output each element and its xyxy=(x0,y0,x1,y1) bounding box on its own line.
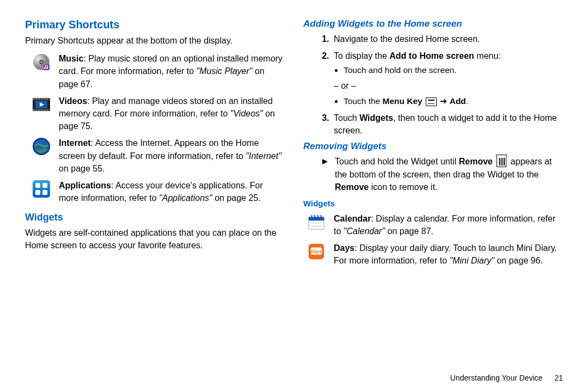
svg-rect-11 xyxy=(39,99,40,100)
right-column: Adding Widgets to the Home screen Naviga… xyxy=(303,19,563,382)
left-column: Primary Shortcuts Primary Shortcuts appe… xyxy=(25,19,285,382)
menu-key-icon xyxy=(426,97,437,106)
step-1: Navigate to the desired Home screen. xyxy=(332,33,563,45)
shortcut-text-music: Music: Play music stored on an optional … xyxy=(59,52,285,90)
heading-adding-widgets: Adding Widgets to the Home screen xyxy=(303,19,563,29)
svg-rect-9 xyxy=(33,99,34,100)
primary-shortcuts-intro: Primary Shortcuts appear at the bottom o… xyxy=(25,34,285,47)
step-2-or: – or – xyxy=(334,79,563,92)
svg-rect-17 xyxy=(39,109,40,111)
shortcut-row-applications: Applications: Access your device's appli… xyxy=(25,179,285,204)
music-icon xyxy=(32,52,51,72)
heading-widgets-left: Widgets xyxy=(25,212,285,223)
shortcut-row-internet: Internet: Access the Internet. Appears o… xyxy=(25,137,285,175)
svg-rect-12 xyxy=(41,99,42,100)
applications-icon xyxy=(32,179,51,199)
footer-page-number: 21 xyxy=(554,373,563,382)
heading-widgets-right: Widgets xyxy=(303,199,563,208)
triangle-bullet-icon xyxy=(322,157,328,193)
shortcut-text-applications: Applications: Access your device's appli… xyxy=(59,179,285,204)
svg-rect-14 xyxy=(47,99,48,100)
internet-icon xyxy=(32,137,51,156)
step-2-bullet-1: Touch and hold on the screen. xyxy=(344,64,563,76)
shortcut-text-videos: Videos: Play and manage videos stored on… xyxy=(59,95,285,133)
shortcut-text-internet: Internet: Access the Internet. Appears o… xyxy=(59,137,285,175)
shortcut-row-music: Music: Play music stored on an optional … xyxy=(25,52,285,90)
svg-rect-23 xyxy=(33,180,50,198)
adding-widgets-steps: Navigate to the desired Home screen. To … xyxy=(303,33,563,137)
svg-rect-13 xyxy=(44,99,45,100)
removing-widgets-item: Touch and hold the Widget until Remove a… xyxy=(303,155,563,193)
page-footer: Understanding Your Device 21 xyxy=(450,373,563,382)
step-3: Touch Widgets, then touch a widget to ad… xyxy=(332,112,563,137)
svg-rect-30 xyxy=(309,217,324,220)
step-2-bullet-2: Touch the Menu Key ➔ Add. xyxy=(344,95,563,107)
svg-rect-26 xyxy=(35,190,40,195)
shortcut-row-videos: Videos: Play and manage videos stored on… xyxy=(25,95,285,133)
svg-rect-25 xyxy=(42,183,47,188)
widget-text-days: Days: Display your daily diary. Touch to… xyxy=(334,242,563,267)
svg-rect-18 xyxy=(41,109,42,111)
svg-marker-28 xyxy=(322,159,328,164)
svg-rect-10 xyxy=(36,99,37,100)
svg-point-2 xyxy=(41,62,42,63)
manual-page: Primary Shortcuts Primary Shortcuts appe… xyxy=(0,0,588,392)
svg-rect-19 xyxy=(44,109,45,111)
svg-rect-27 xyxy=(42,190,47,195)
heading-removing-widgets: Removing Widgets xyxy=(303,141,563,152)
widget-row-calendar: Calendar: Display a calendar. For more i… xyxy=(303,212,563,237)
step-2: To display the Add to Home screen menu: … xyxy=(332,50,563,107)
widgets-intro: Widgets are self-contained applications … xyxy=(25,226,285,252)
svg-rect-15 xyxy=(33,109,34,111)
heading-primary-shortcuts: Primary Shortcuts xyxy=(25,19,285,31)
videos-icon xyxy=(32,95,51,114)
widget-row-days: Days Days: Display your daily diary. Tou… xyxy=(303,242,563,267)
svg-rect-3 xyxy=(44,64,50,70)
calendar-icon xyxy=(307,212,326,232)
widget-text-calendar: Calendar: Display a calendar. For more i… xyxy=(334,212,563,237)
svg-rect-16 xyxy=(36,109,37,111)
svg-rect-24 xyxy=(35,183,40,188)
svg-rect-20 xyxy=(47,109,48,111)
footer-section: Understanding Your Device xyxy=(450,373,543,382)
days-icon: Days xyxy=(307,242,326,261)
svg-text:Days: Days xyxy=(311,249,322,254)
remove-trash-icon xyxy=(497,157,506,167)
